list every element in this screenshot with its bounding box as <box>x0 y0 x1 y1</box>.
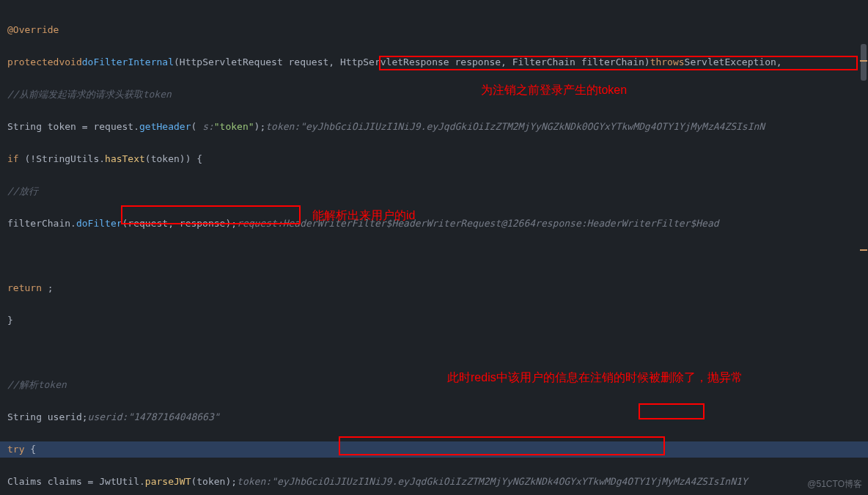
code-line: } <box>7 312 868 329</box>
code-line: Claims claims = JwtUtil.parseJWT(token);… <box>7 474 868 490</box>
code-line: if (!StringUtils.hasText(token)) { <box>7 151 868 167</box>
code-line: //解析token <box>7 377 868 393</box>
code-line: return ; <box>7 280 868 296</box>
code-editor[interactable]: @Override protected void doFilterInterna… <box>0 0 868 495</box>
code-line: @Override <box>7 22 868 38</box>
scrollbar-gutter[interactable] <box>858 0 868 495</box>
code-line: String userid; userid: "14787164048663" <box>7 409 868 425</box>
watermark-label: @51CTO博客 <box>807 476 862 492</box>
code-line: protected void doFilterInternal(HttpServ… <box>7 54 868 70</box>
code-line: //从前端发起请求的请求头获取token <box>7 87 868 103</box>
code-line: filterChain.doFilter(request, response);… <box>7 216 868 232</box>
code-line <box>7 248 868 264</box>
gutter-mark-warning-icon[interactable] <box>860 60 867 62</box>
gutter-mark-warning-icon[interactable] <box>860 249 867 251</box>
scrollbar-thumb[interactable] <box>861 44 867 81</box>
code-line: try { <box>7 441 868 458</box>
code-line: String token = request.getHeader( s: "to… <box>7 119 868 135</box>
code-line: //放行 <box>7 183 868 199</box>
code-line <box>7 345 868 361</box>
